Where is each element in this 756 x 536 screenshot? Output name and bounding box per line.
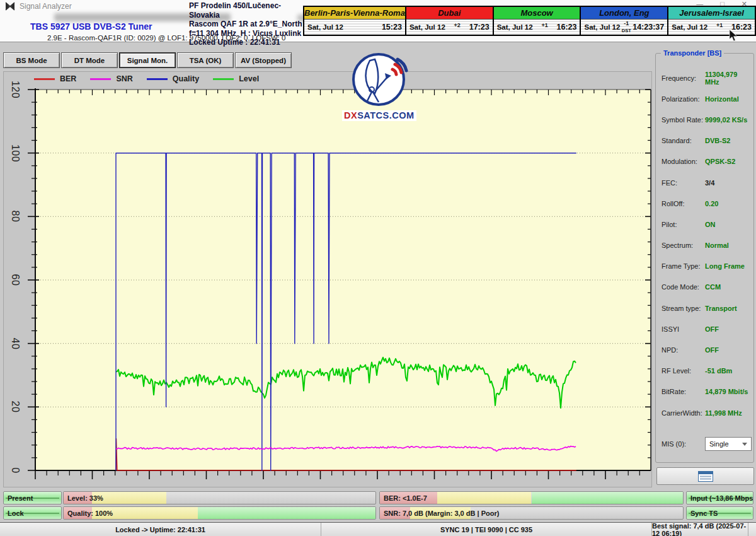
field-value: OFF (705, 325, 719, 333)
field-label: Symbol Rate: (656, 116, 705, 124)
tab-bs-mode[interactable]: BS Mode (3, 52, 60, 68)
field-label: Code Mode: (656, 283, 705, 291)
legend-swatch (147, 78, 168, 80)
field-value: ON (705, 221, 716, 228)
window-titlebar: Signal Analyzer (5, 2, 72, 11)
legend-label: Level (239, 74, 259, 83)
transponder-row: Polarization:Horizontal (656, 88, 753, 109)
field-label: FEC: (656, 179, 705, 187)
field-label: Spectrum: (656, 242, 705, 249)
clock-city-label: Moscow (494, 7, 580, 19)
bar-level: Level: 33% (63, 491, 376, 504)
bar-label: BER: <1.0E-7 (384, 492, 427, 504)
bar-snr: SNR: 7,0 dB (Margin: 3,0 dB | Poor) (379, 506, 684, 520)
tuner-title: TBS 5927 USB DVB-S2 Tuner (30, 21, 152, 32)
clock-utc-offset: +2 (445, 24, 469, 30)
field-value: DVB-S2 (705, 137, 730, 144)
bar-label: SNR: 7,0 dB (Margin: 3,0 dB | Poor) (384, 507, 499, 520)
legend-item-level: Level (213, 74, 259, 83)
legend-label: BER (60, 74, 76, 83)
y-tick-label: 20 (11, 396, 21, 417)
clock-time-row: Sat, Jul 12+116:23 (668, 19, 755, 35)
field-label: NPD: (656, 346, 705, 354)
field-value: -51 dBm (705, 367, 732, 375)
tab-tsa-ok-[interactable]: TSA (OK) (177, 52, 234, 68)
legend-swatch (213, 78, 234, 80)
field-label: CarrierWidth: (656, 409, 705, 417)
statusbar-uptime: Locked -> Uptime: 22:41:31 (0, 523, 321, 536)
bar-label: Quality: 100% (67, 507, 113, 520)
clock-city-label: Dubai (406, 7, 493, 19)
field-label: Pilot: (656, 221, 705, 228)
clock-time-row: Sat, Jul 12+217:23 (406, 19, 493, 35)
field-value: 11304,979 MHz (705, 71, 753, 86)
clock-city-label: Berlin-Paris-Vienna-Roma (304, 7, 405, 19)
field-value: QPSK-S2 (705, 158, 735, 165)
field-value: CCM (705, 283, 721, 291)
tab-signal-mon-[interactable]: Signal Mon. (119, 52, 176, 68)
satellite-info-block: PF Prodelin 450/Lučenec-SlovakiaRascom Q… (189, 1, 306, 47)
transponder-row: NPD:OFF (656, 339, 753, 360)
transponder-row-mis: MIS (0):Single (656, 433, 753, 454)
transponder-row: Frame Type:Long Frame (656, 256, 753, 277)
chart-legend: BERSNRQualityLevel (34, 74, 259, 83)
legend-item-quality: Quality (147, 74, 199, 83)
window-title: Signal Analyzer (20, 2, 72, 11)
tab-dt-mode[interactable]: DT Mode (61, 52, 118, 68)
info-line: Locked Uptime : 22:41:31 (189, 38, 306, 47)
clock-offset-value: +1 (716, 22, 723, 28)
bar-present: Present (3, 491, 62, 504)
field-label: Stream type: (656, 305, 705, 312)
clock-utc-offset: -1DST (620, 22, 633, 33)
bar-quality: Quality: 100% (63, 506, 376, 520)
transponder-panel: Transponder [BS] Frequency:11304,979 MHz… (655, 53, 754, 463)
chevron-down-icon (742, 443, 747, 446)
y-tick-label: 0 (11, 460, 21, 481)
bar-label: Level: 33% (67, 492, 103, 504)
field-label: ISSYI (656, 325, 705, 333)
info-line: Rascom QAF 1R at 2.9°E_North (189, 20, 306, 29)
transponder-fields: Frequency:11304,979 MHzPolarization:Hori… (656, 67, 753, 454)
clock-offset-value: +2 (454, 22, 461, 28)
transponder-row: Standard:DVB-S2 (656, 131, 753, 151)
field-label: Modulation: (656, 158, 705, 165)
clock-date: Sat, Jul 12 (497, 23, 533, 31)
transport-stream-button[interactable] (656, 467, 754, 485)
transponder-row: Modulation:QPSK-S2 (656, 151, 753, 172)
logo-text: DXSATCS.COM (342, 110, 416, 121)
clock-berlin-paris-vienna-roma: Berlin-Paris-Vienna-RomaSat, Jul 1215:23 (304, 7, 405, 35)
chart-plot (4, 72, 653, 488)
y-tick-label: 60 (11, 269, 21, 291)
transponder-row: Spectrum:Normal (656, 235, 753, 256)
clock-jerusalem-israel: Jerusalem-IsraelSat, Jul 12+116:23 (668, 7, 755, 35)
bar-sync-ts: Sync TS (686, 506, 753, 520)
tab-av-stopped-[interactable]: AV (Stopped) (235, 52, 292, 68)
field-label: MIS (0): (656, 440, 705, 448)
clock-time-row: Sat, Jul 1215:23 (304, 19, 405, 35)
clock-time-row: Sat, Jul 12-1DST14:23:37 (581, 19, 667, 35)
bar-label: Present (8, 492, 33, 504)
clock-date: Sat, Jul 12 (672, 23, 707, 31)
clock-city-label: Jerusalem-Israel (668, 7, 755, 19)
transponder-row: CarrierWidth:11,998 MHz (656, 402, 753, 423)
satellite-dish-icon (342, 52, 415, 107)
info-line: PF Prodelin 450/Lučenec-Slovakia (189, 1, 306, 20)
mouse-cursor (728, 30, 741, 44)
field-label: Frequency: (656, 74, 705, 82)
y-tick-label: 80 (11, 206, 21, 227)
clock-time: 16:23 (556, 23, 576, 32)
field-label: Polarization: (656, 95, 705, 103)
clock-utc-offset: +1 (533, 24, 557, 30)
transponder-row: Symbol Rate:9999,02 KS/s (656, 109, 753, 130)
legend-label: Quality (173, 74, 199, 83)
field-value: 11,998 MHz (705, 409, 742, 417)
world-clocks: Berlin-Paris-Vienna-RomaSat, Jul 1215:23… (303, 6, 756, 36)
clock-time: 17:23 (469, 23, 490, 32)
clock-dst-label: DST (620, 28, 633, 33)
mis-dropdown[interactable]: Single (705, 437, 752, 451)
field-value: Horizontal (705, 95, 739, 103)
statusbar-sync: SYNC 19 | TEI 9090 | CC 935 (321, 523, 652, 536)
field-value: Transport (705, 305, 737, 312)
field-value: 3/4 (705, 179, 714, 187)
legend-item-ber: BER (34, 74, 76, 83)
